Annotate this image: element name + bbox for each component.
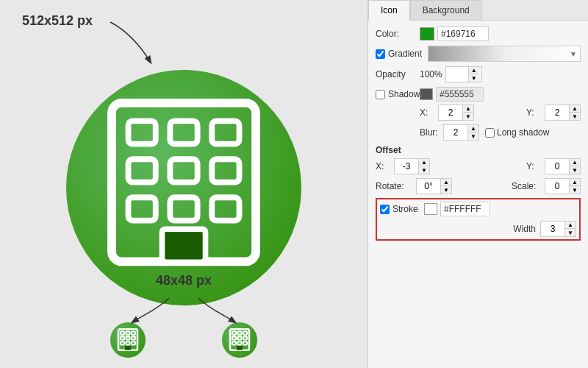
blur-row: Blur: ▲ ▼ Long shadow bbox=[376, 124, 581, 141]
color-label: Color: bbox=[376, 29, 420, 39]
offset-y-spinner[interactable]: ▲ ▼ bbox=[545, 158, 581, 174]
blur-spin-down[interactable]: ▼ bbox=[468, 132, 478, 140]
color-hex-value[interactable]: #169716 bbox=[437, 26, 489, 41]
offset-y-pair: Y: ▲ ▼ bbox=[526, 158, 581, 174]
gradient-checkbox[interactable] bbox=[376, 49, 385, 59]
stroke-checkbox[interactable] bbox=[380, 205, 390, 214]
offset-x-spinner[interactable]: ▲ ▼ bbox=[394, 158, 430, 174]
offset-x-spin-down[interactable]: ▼ bbox=[419, 166, 429, 174]
rotate-spinner[interactable]: ▲ ▼ bbox=[416, 178, 452, 194]
size-label-bottom: 48x48 px bbox=[156, 273, 212, 289]
shadow-y-spin-down[interactable]: ▼ bbox=[570, 113, 580, 120]
scale-input[interactable] bbox=[545, 179, 569, 194]
tab-bar: Icon Background bbox=[368, 0, 588, 21]
shadow-y-input[interactable] bbox=[545, 105, 569, 120]
long-shadow-checkbox[interactable] bbox=[485, 128, 495, 138]
rotate-spin-up[interactable]: ▲ bbox=[441, 179, 451, 186]
offset-xy-row: X: ▲ ▼ Y: ▲ ▼ bbox=[376, 158, 581, 174]
offset-x-spin-up[interactable]: ▲ bbox=[419, 159, 429, 166]
stroke-label: Stroke bbox=[392, 204, 418, 214]
bottom-section: 48x48 px bbox=[0, 273, 368, 346]
shadow-x-spinner[interactable]: ▲ ▼ bbox=[438, 105, 474, 121]
small-icons-row bbox=[110, 294, 257, 358]
svg-rect-25 bbox=[237, 345, 243, 350]
right-panel: Icon Background Color: #169716 Gradient … bbox=[368, 0, 588, 368]
shadow-xy-row: X: ▲ ▼ Y: ▲ ▼ bbox=[376, 105, 581, 121]
color-swatch[interactable] bbox=[420, 27, 434, 40]
svg-rect-32 bbox=[232, 342, 236, 344]
long-shadow-label[interactable]: Long shadow bbox=[485, 127, 549, 138]
svg-rect-22 bbox=[126, 342, 130, 344]
blur-spin-col: ▲ ▼ bbox=[467, 125, 478, 140]
shadow-label: Shadow bbox=[388, 89, 420, 99]
stroke-hex-value[interactable]: #FFFFFF bbox=[440, 202, 490, 216]
offset-y-spin-up[interactable]: ▲ bbox=[570, 159, 580, 166]
opacity-spinner[interactable]: ▲ ▼ bbox=[445, 66, 482, 82]
blur-spinner[interactable]: ▲ ▼ bbox=[443, 124, 479, 141]
shadow-x-label: X: bbox=[420, 107, 434, 118]
offset-x-input[interactable] bbox=[395, 159, 418, 174]
svg-rect-7 bbox=[129, 159, 156, 182]
shadow-hex-value[interactable]: #555555 bbox=[436, 87, 484, 102]
opacity-spin-col: ▲ ▼ bbox=[468, 67, 479, 82]
rotate-spin-down[interactable]: ▼ bbox=[441, 186, 451, 194]
scale-spinner[interactable]: ▲ ▼ bbox=[545, 178, 581, 194]
shadow-checkbox[interactable] bbox=[376, 90, 385, 99]
stroke-row: Stroke #FFFFFF bbox=[377, 199, 579, 219]
width-input[interactable] bbox=[541, 222, 564, 236]
rotate-pair: Rotate: ▲ ▼ bbox=[376, 178, 452, 194]
offset-y-input[interactable] bbox=[545, 159, 569, 174]
gradient-preview[interactable]: ▼ bbox=[428, 46, 581, 62]
svg-rect-23 bbox=[132, 342, 135, 344]
size-label-top: 512x512 px bbox=[22, 13, 93, 29]
svg-rect-29 bbox=[232, 336, 236, 339]
svg-rect-26 bbox=[232, 331, 236, 334]
shadow-y-label: Y: bbox=[526, 107, 541, 118]
shadow-y-pair: Y: ▲ ▼ bbox=[526, 105, 581, 121]
svg-rect-11 bbox=[170, 197, 197, 220]
shadow-y-spinner[interactable]: ▲ ▼ bbox=[545, 105, 581, 121]
blur-spin-up[interactable]: ▲ bbox=[468, 125, 478, 132]
tab-icon[interactable]: Icon bbox=[368, 0, 410, 21]
width-label: Width bbox=[513, 224, 536, 234]
shadow-y-spin-up[interactable]: ▲ bbox=[570, 105, 580, 113]
opacity-spin-down[interactable]: ▼ bbox=[469, 74, 479, 82]
opacity-spin-up[interactable]: ▲ bbox=[469, 67, 479, 74]
scale-spin-down[interactable]: ▼ bbox=[570, 186, 580, 194]
offset-label: Offset bbox=[376, 145, 581, 155]
blur-input[interactable] bbox=[444, 125, 467, 140]
stroke-checkbox-label[interactable]: Stroke bbox=[380, 204, 424, 214]
scale-label: Scale: bbox=[512, 181, 541, 191]
small-building-svg-1 bbox=[117, 328, 139, 353]
tab-background[interactable]: Background bbox=[410, 0, 482, 20]
offset-y-label: Y: bbox=[526, 161, 541, 171]
stroke-section: Stroke #FFFFFF Width ▲ ▼ bbox=[376, 198, 581, 241]
rotate-input[interactable] bbox=[417, 179, 440, 194]
svg-rect-31 bbox=[243, 336, 247, 339]
shadow-checkbox-label[interactable]: Shadow bbox=[376, 89, 420, 99]
svg-rect-17 bbox=[132, 331, 135, 334]
opacity-input[interactable] bbox=[446, 67, 468, 82]
gradient-checkbox-label[interactable]: Gradient bbox=[376, 49, 422, 59]
shadow-color-swatch[interactable] bbox=[420, 88, 433, 100]
small-icon-2 bbox=[222, 322, 257, 358]
svg-rect-5 bbox=[170, 121, 197, 144]
svg-rect-33 bbox=[238, 342, 242, 344]
svg-rect-6 bbox=[212, 121, 239, 144]
shadow-x-input[interactable] bbox=[439, 105, 462, 120]
offset-y-spin-down[interactable]: ▼ bbox=[570, 166, 580, 174]
shadow-x-spin-down[interactable]: ▼ bbox=[463, 113, 473, 120]
offset-x-pair: X: ▲ ▼ bbox=[376, 158, 430, 174]
offset-section: Offset X: ▲ ▼ Y: bbox=[376, 145, 581, 174]
width-spinner[interactable]: ▲ ▼ bbox=[540, 221, 576, 237]
svg-rect-34 bbox=[243, 342, 247, 344]
stroke-color-swatch[interactable] bbox=[424, 203, 437, 215]
shadow-x-spin-up[interactable]: ▲ bbox=[463, 105, 473, 113]
svg-rect-27 bbox=[238, 331, 242, 334]
offset-x-label: X: bbox=[376, 161, 390, 171]
scale-spin-up[interactable]: ▲ bbox=[570, 179, 580, 186]
small-building-svg-2 bbox=[229, 328, 251, 353]
width-spin-down[interactable]: ▼ bbox=[565, 229, 576, 236]
width-spin-up[interactable]: ▲ bbox=[565, 222, 576, 229]
svg-rect-14 bbox=[125, 345, 131, 350]
